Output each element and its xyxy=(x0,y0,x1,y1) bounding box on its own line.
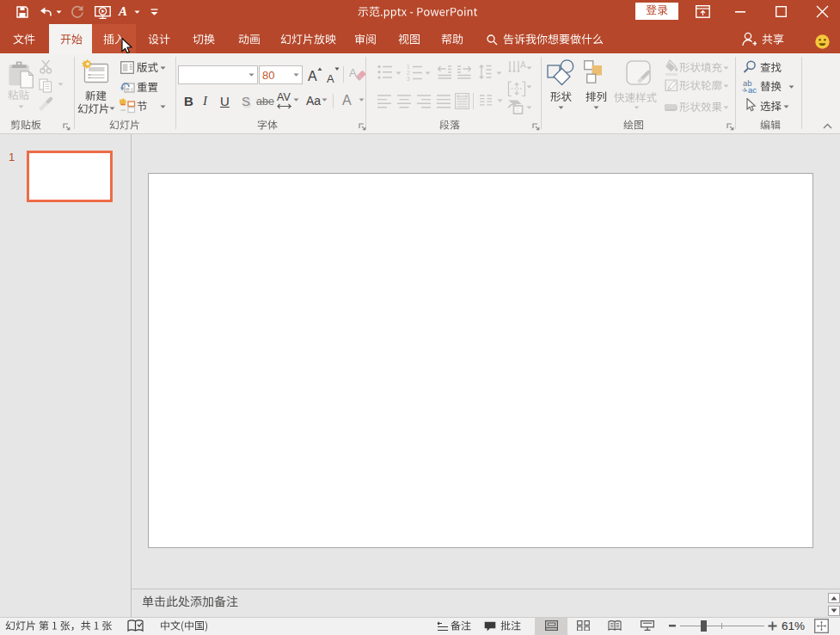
svg-text:2: 2 xyxy=(407,70,410,76)
svg-text:3: 3 xyxy=(407,76,410,82)
svg-text:ac: ac xyxy=(748,85,757,94)
svg-text:A: A xyxy=(520,60,526,70)
